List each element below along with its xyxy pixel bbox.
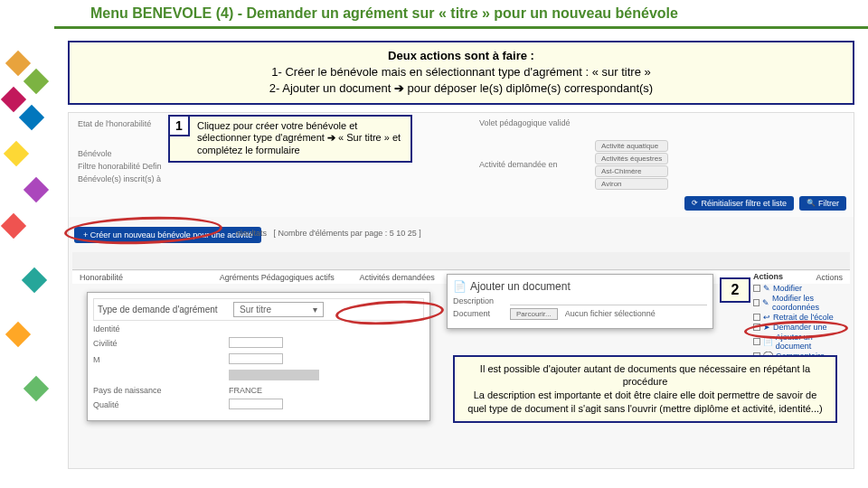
filtre-label: Filtre honorabilité Defin (78, 162, 186, 171)
arrow-icon: ➔ (327, 132, 335, 143)
note-box: Il est possible d'ajouter autant de docu… (453, 355, 837, 423)
filter-button[interactable]: 🔍Filtrer (799, 196, 846, 211)
pencil-icon: ✎ (763, 284, 770, 293)
app-screenshot-area: Etat de l'honorabilité En attente de ren… (68, 112, 854, 469)
pencil-icon: ✎ (762, 298, 769, 307)
callout-step-1: 1 Cliquez pour créer votre bénévole et s… (168, 115, 412, 163)
exit-icon: ↩ (763, 313, 770, 322)
decorative-sidebar (0, 0, 54, 488)
action-coord[interactable]: Modifier les coordonnées (772, 294, 848, 312)
act-opt1: Activité aquatique (595, 140, 668, 152)
search-icon: 🔍 (807, 199, 816, 207)
reset-button[interactable]: ⟳Réinitialiser filtre et liste (684, 196, 794, 211)
pays-label: Pays de naissance (93, 386, 229, 395)
document-icon: 📄 (453, 280, 467, 293)
act-opt3: Ast-Chimère (595, 165, 668, 177)
add-doc-title: Ajouter un document (470, 280, 571, 293)
arrow-icon: ➔ (394, 81, 404, 95)
instructions-line2a: 1- Créer le bénévole mais en sélectionna… (271, 65, 650, 79)
type-agrement-label: Type de demande d'agrément (98, 305, 233, 314)
instructions-line1: Deux actions sont à faire : (80, 48, 842, 64)
note-line2: La description est importante et doit êt… (464, 389, 826, 416)
nofile-text: Aucun fichier sélectionné (565, 309, 656, 318)
instructions-line2c: pour déposer le(s) diplôme(s) correspond… (407, 81, 653, 95)
type-agrement-select[interactable]: Sur titre▾ (233, 302, 324, 317)
doc-label: Document (453, 309, 503, 318)
browse-button[interactable]: Parcourir... (510, 308, 558, 320)
activite-label: Activité demandée en (479, 160, 588, 169)
note-line1: Il est possible d'ajouter autant de docu… (464, 362, 826, 389)
refresh-icon: ⟳ (692, 199, 698, 207)
step-1-badge: 1 (168, 115, 190, 136)
act-opt4: Aviron (595, 178, 668, 190)
civilite-label: Civilité (93, 339, 229, 348)
page-title-bar: Menu BENEVOLE (4) - Demander un agrément… (54, 0, 868, 29)
results-label: résultats (236, 229, 267, 238)
action-modifier[interactable]: Modifier (773, 284, 802, 293)
inscrit-label: Bénévole(s) inscrit(s) à (78, 174, 186, 183)
chevron-down-icon: ▾ (313, 305, 317, 314)
qualite-label: Qualité (93, 400, 229, 409)
actions-header: Actions (753, 272, 848, 281)
civilite-select[interactable] (229, 337, 283, 348)
page-title: Menu BENEVOLE (4) - Demander un agrément… (90, 5, 678, 22)
filter-buttons-row: ⟳Réinitialiser filtre et liste 🔍Filtrer (684, 196, 846, 211)
add-document-modal: 📄Ajouter un document Description Documen… (447, 274, 713, 329)
instructions-box: Deux actions sont à faire : 1- Créer le … (68, 41, 854, 105)
volet-label: Volet pédagogique validé (479, 118, 588, 127)
desc-input[interactable] (510, 296, 707, 305)
pager-label: [ Nombre d'éléments par page : 5 10 25 ] (274, 229, 421, 238)
desc-label: Description (453, 296, 503, 305)
act-opt2: Activités équestres (595, 153, 668, 164)
tabs-row (72, 252, 850, 270)
instructions-line2b: 2- Ajouter un document (269, 81, 394, 95)
col-agrem: Agréments Pédagogiques actifs (220, 273, 360, 282)
col-honor: Honorabilité (80, 273, 220, 282)
step-2-badge: 2 (720, 277, 750, 303)
identite-label: Identité (93, 324, 229, 333)
